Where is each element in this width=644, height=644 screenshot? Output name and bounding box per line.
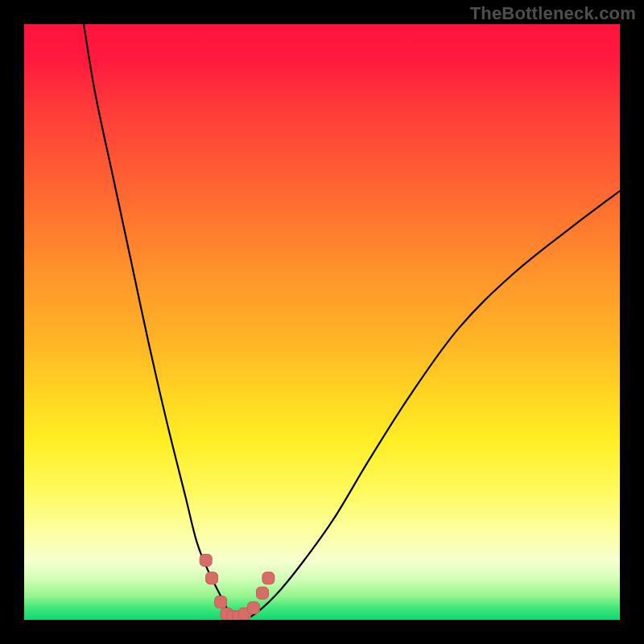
chart-frame: TheBottleneck.com	[0, 0, 644, 644]
trough-marker-group	[200, 555, 275, 621]
chart-svg	[24, 24, 620, 620]
trough-marker	[247, 602, 259, 614]
curve-left	[84, 24, 233, 617]
trough-marker	[262, 572, 275, 584]
trough-marker	[200, 555, 212, 567]
watermark-text: TheBottleneck.com	[470, 3, 636, 24]
curve-right	[250, 191, 620, 617]
trough-marker	[206, 572, 218, 584]
trough-marker	[215, 596, 227, 608]
trough-marker	[257, 587, 269, 599]
plot-area	[24, 24, 620, 620]
